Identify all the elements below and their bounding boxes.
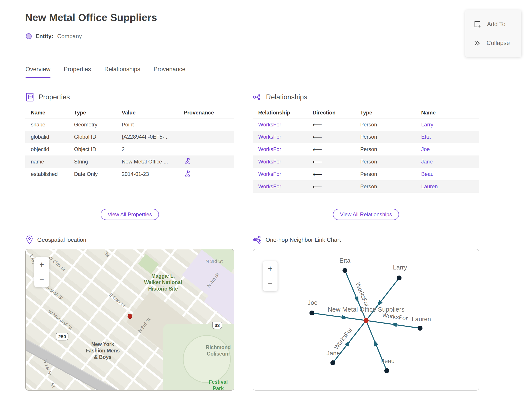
relationship-link[interactable]: WorksFor bbox=[258, 134, 281, 140]
relationship-link[interactable]: WorksFor bbox=[258, 122, 281, 128]
map-zoom-out-button[interactable]: − bbox=[34, 272, 49, 287]
relationship-row: WorksFor⟵PersonLarry bbox=[253, 118, 479, 131]
relationships-section-header: Relationships bbox=[253, 92, 479, 102]
entity-type-row: Entity: Company bbox=[26, 33, 82, 40]
property-value: 2014-01-23 bbox=[122, 168, 184, 180]
related-entity-link[interactable]: Lauren bbox=[421, 183, 438, 189]
relationship-link[interactable]: WorksFor bbox=[258, 171, 281, 177]
col-header-relationship: Relationship bbox=[253, 107, 313, 118]
related-entity-type: Person bbox=[360, 171, 377, 177]
property-type: Global ID bbox=[74, 131, 122, 143]
provenance-flag-icon[interactable] bbox=[184, 157, 191, 165]
property-row: globalidGlobal ID{A228944F-0EF5-... bbox=[25, 131, 234, 143]
tab-relationships[interactable]: Relationships bbox=[104, 66, 140, 78]
property-provenance bbox=[184, 118, 234, 131]
related-entity-link[interactable]: Jane bbox=[421, 159, 433, 165]
direction-arrow-icon: ⟵ bbox=[313, 171, 322, 178]
relationships-table: Relationship Direction Type Name WorksFo… bbox=[253, 107, 479, 193]
node-joe[interactable] bbox=[309, 310, 314, 315]
relationship-row: WorksFor⟵PersonBeau bbox=[253, 168, 479, 180]
property-name: established bbox=[25, 168, 74, 180]
direction-arrow-icon: ⟵ bbox=[313, 121, 322, 128]
add-to-button[interactable]: Add To bbox=[473, 20, 521, 28]
chart-zoom-control: + − bbox=[263, 261, 278, 291]
node-beau[interactable] bbox=[384, 368, 389, 373]
map[interactable]: k RoW Clay StSaN 3rd StMaggie L. Walker … bbox=[25, 249, 234, 391]
view-all-relationships-button[interactable]: View All Relationships bbox=[333, 209, 399, 220]
collapse-button[interactable]: Collapse bbox=[473, 40, 521, 47]
col-header-type: Type bbox=[360, 107, 421, 118]
property-row: objectidObject ID2 bbox=[25, 143, 234, 155]
entity-details-page: New Metal Office Suppliers Entity: Compa… bbox=[0, 0, 532, 405]
entity-label: Entity: bbox=[35, 33, 53, 40]
edge-arrowhead bbox=[374, 340, 378, 346]
tab-overview[interactable]: Overview bbox=[26, 66, 51, 78]
related-entity-type: Person bbox=[360, 183, 377, 189]
related-entity-link[interactable]: Etta bbox=[421, 134, 431, 140]
col-header-type: Type bbox=[74, 107, 122, 118]
map-coliseum-shape bbox=[183, 335, 231, 383]
edge-label: WorksFor bbox=[333, 326, 354, 351]
provenance-flag-icon[interactable] bbox=[184, 169, 191, 177]
relationships-column: Relationships Relationship Direction Typ… bbox=[253, 92, 479, 391]
edge-arrowhead bbox=[391, 323, 397, 327]
view-all-properties-button[interactable]: View All Properties bbox=[101, 209, 159, 220]
relationship-row: WorksFor⟵PersonJoe bbox=[253, 143, 479, 155]
entity-type-icon bbox=[26, 33, 32, 39]
node-label-jane: Jane bbox=[326, 350, 340, 357]
property-value: 2 bbox=[122, 143, 184, 155]
link-chart-canvas: WorksForWorksForWorksForNew Metal Office… bbox=[253, 249, 479, 390]
property-type: Object ID bbox=[74, 143, 122, 155]
col-header-provenance: Provenance bbox=[184, 107, 234, 118]
relationship-link[interactable]: WorksFor bbox=[258, 159, 281, 165]
property-name: name bbox=[25, 155, 74, 168]
related-entity-link[interactable]: Beau bbox=[421, 171, 434, 177]
col-header-direction: Direction bbox=[313, 107, 360, 118]
map-zoom-in-button[interactable]: + bbox=[34, 257, 49, 272]
properties-section-title: Properties bbox=[39, 93, 70, 101]
center-node[interactable] bbox=[364, 318, 369, 323]
edge-label: WorksFor bbox=[382, 312, 408, 322]
related-entity-type: Person bbox=[360, 159, 377, 165]
property-value: {A228944F-0EF5-... bbox=[122, 131, 184, 143]
link-chart-section-header: One-hop Neighbor Link Chart bbox=[253, 235, 479, 245]
node-label-larry: Larry bbox=[393, 264, 407, 271]
property-value: Point bbox=[122, 118, 184, 131]
node-etta[interactable] bbox=[342, 268, 347, 273]
col-header-name: Name bbox=[25, 107, 74, 118]
properties-icon bbox=[25, 92, 35, 102]
location-marker bbox=[127, 314, 132, 319]
chart-zoom-out-button[interactable]: − bbox=[263, 276, 278, 291]
geospatial-section-header: Geospatial location bbox=[25, 235, 234, 245]
property-type: String bbox=[74, 155, 122, 168]
related-entity-link[interactable]: Larry bbox=[421, 122, 433, 128]
edge-label: WorksFor bbox=[354, 282, 371, 308]
route-shield: 250 bbox=[56, 333, 68, 340]
add-to-label: Add To bbox=[487, 21, 506, 28]
property-provenance bbox=[184, 155, 234, 168]
route-shield: 33 bbox=[212, 322, 222, 329]
relationship-link[interactable]: WorksFor bbox=[258, 146, 281, 152]
node-lauren[interactable] bbox=[418, 326, 423, 331]
property-row: nameStringNew Metal Office ... bbox=[25, 155, 234, 168]
double-chevron-right-icon bbox=[473, 40, 481, 47]
property-row: shapeGeometryPoint bbox=[25, 118, 234, 131]
direction-arrow-icon: ⟵ bbox=[313, 158, 322, 165]
one-hop-link-chart[interactable]: WorksForWorksForWorksForNew Metal Office… bbox=[253, 249, 479, 391]
node-larry[interactable] bbox=[397, 276, 402, 280]
direction-arrow-icon: ⟵ bbox=[313, 133, 322, 141]
tab-provenance[interactable]: Provenance bbox=[154, 66, 186, 78]
direction-arrow-icon: ⟵ bbox=[313, 146, 322, 153]
link-chart-icon bbox=[253, 235, 262, 244]
relationship-link[interactable]: WorksFor bbox=[258, 183, 281, 189]
node-label-beau: Beau bbox=[380, 358, 395, 364]
related-entity-link[interactable]: Joe bbox=[421, 146, 430, 152]
property-provenance bbox=[184, 131, 234, 143]
node-jane[interactable] bbox=[331, 360, 335, 365]
relationship-row: WorksFor⟵PersonLauren bbox=[253, 180, 479, 193]
chart-zoom-in-button[interactable]: + bbox=[263, 261, 278, 276]
property-row: establishedDate Only2014-01-23 bbox=[25, 168, 234, 180]
edge-joe-worksfor[interactable] bbox=[312, 313, 366, 320]
tab-properties[interactable]: Properties bbox=[64, 66, 91, 78]
property-provenance bbox=[184, 168, 234, 180]
